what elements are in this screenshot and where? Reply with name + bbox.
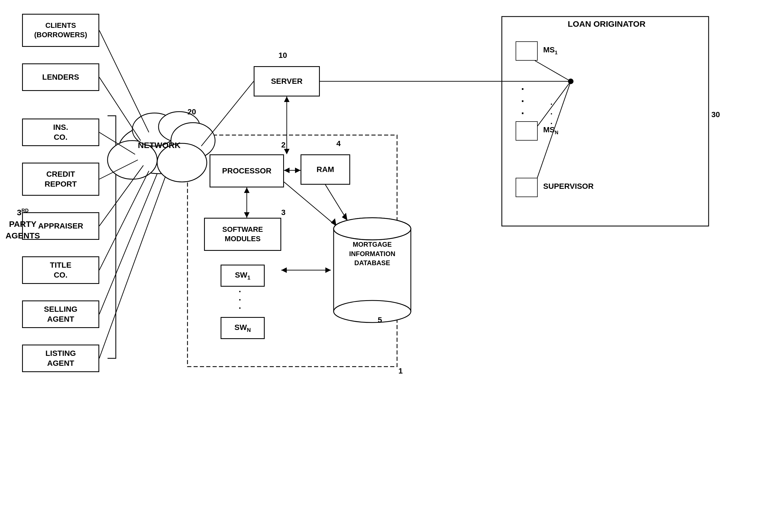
svg-line-36 [535, 81, 571, 130]
svg-text:.: . [239, 301, 241, 311]
svg-text:.: . [550, 98, 553, 106]
loan-originator-number: 30 [711, 110, 720, 119]
svg-line-35 [535, 61, 571, 81]
credit-report-box: CREDITREPORT [22, 163, 99, 196]
svg-marker-25 [244, 187, 250, 193]
swn-box: SWN [221, 317, 265, 339]
db-number: 5 [378, 316, 382, 324]
third-party-label: 3RDPARTYAGENTS [6, 207, 40, 241]
ms1-box [516, 41, 538, 61]
ram-box: RAM [301, 154, 350, 185]
svg-marker-31 [325, 267, 331, 273]
svg-marker-21 [295, 168, 301, 173]
server-box: SERVER [254, 66, 320, 96]
svg-marker-22 [284, 168, 290, 173]
processor-box: PROCESSOR [210, 154, 284, 187]
msn-box [516, 121, 538, 141]
ms1-label: MS1 [543, 45, 558, 56]
clients-box: CLIENTS (BORROWERS) [22, 14, 99, 47]
listing-agent-box: LISTINGAGENT [22, 345, 99, 372]
server-number: 10 [278, 51, 287, 60]
diagram: . . . . . . CLIENTS (BORROWERS) LENDERS … [0, 0, 769, 532]
lenders-box: LENDERS [22, 63, 99, 91]
ins-co-box: INS.CO. [22, 119, 99, 146]
svg-marker-18 [284, 149, 290, 154]
svg-line-9 [99, 77, 141, 141]
svg-marker-32 [281, 267, 287, 273]
mortgage-db-label: MORTGAGEINFORMATIONDATABASE [338, 240, 407, 268]
ram-number: 4 [336, 139, 341, 148]
svg-marker-27 [342, 213, 347, 221]
network-number: 20 [187, 108, 196, 116]
svg-line-14 [99, 174, 157, 314]
processor-number: 2 [281, 141, 286, 149]
selling-agent-box: SELLINGAGENT [22, 300, 99, 328]
svg-marker-24 [244, 212, 250, 218]
svg-marker-19 [284, 96, 290, 102]
svg-text:.: . [550, 117, 553, 126]
svg-line-16 [201, 81, 254, 146]
sw1-box: SW1 [221, 265, 265, 287]
supervisor-box [516, 178, 538, 197]
title-co-box: TITLECO. [22, 256, 99, 284]
msn-label: MSN [543, 125, 558, 136]
loan-originator-label: LOAN ORIGINATOR [524, 19, 689, 29]
system-number: 1 [398, 367, 403, 375]
svg-line-8 [99, 30, 149, 132]
svg-text:.: . [550, 108, 553, 116]
software-modules-box: SOFTWAREMODULES [204, 218, 281, 251]
software-number: 3 [281, 208, 286, 217]
svg-line-28 [284, 182, 336, 226]
svg-line-13 [99, 171, 149, 270]
supervisor-label: SUPERVISOR [543, 182, 594, 191]
svg-point-46 [334, 300, 411, 323]
network-label: NETWORK [138, 141, 181, 150]
